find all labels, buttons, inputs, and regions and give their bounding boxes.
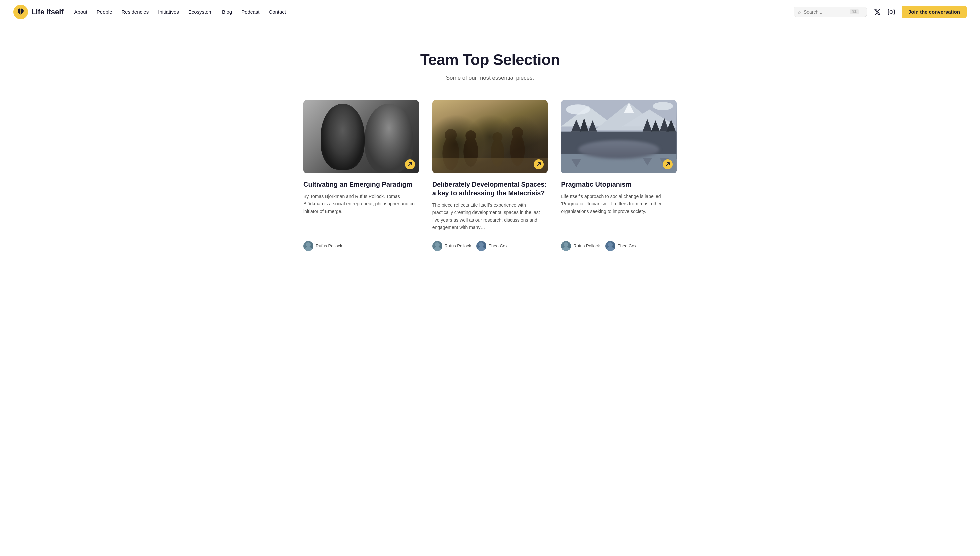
card-desc-3: Life Itself's approach to social change … [561, 193, 676, 231]
author-avatar-rufus-1 [304, 241, 313, 251]
svg-point-40 [606, 247, 614, 251]
svg-point-6 [445, 129, 457, 141]
svg-point-16 [479, 242, 484, 247]
card-authors-2: Rufus Pollock Theo Cox [432, 238, 548, 251]
logo-icon [13, 5, 28, 19]
header-right: ⌕ ⌘K Join the conversation [794, 6, 967, 18]
svg-point-24 [653, 102, 673, 110]
svg-point-17 [477, 247, 485, 251]
author-name-rufus-1: Rufus Pollock [316, 243, 342, 248]
card-title-link-3[interactable]: Pragmatic Utopianism [561, 181, 631, 188]
card-image-wrap-1 [304, 100, 419, 173]
logo-link[interactable]: Life Itself [13, 5, 64, 19]
svg-point-8 [465, 130, 476, 141]
card-image-3 [561, 100, 676, 173]
author-rufus-3: Rufus Pollock [561, 241, 600, 251]
svg-point-1 [890, 10, 893, 13]
author-name-rufus-2: Rufus Pollock [445, 243, 471, 248]
svg-point-38 [562, 247, 570, 251]
svg-rect-0 [888, 9, 894, 15]
logo-text: Life Itself [31, 8, 64, 16]
card-title-2: Deliberately Developmental Spaces: a key… [432, 180, 548, 197]
svg-point-39 [608, 242, 613, 247]
nav-item-residencies[interactable]: Residencies [122, 9, 149, 15]
author-rufus-1: Rufus Pollock [304, 241, 342, 251]
card-title-1: Cultivating an Emerging Paradigm [304, 180, 419, 189]
nav-item-ecosystem[interactable]: Ecosystem [188, 9, 213, 15]
svg-point-14 [435, 242, 440, 247]
author-name-theo-2: Theo Cox [489, 243, 507, 248]
author-theo-3: Theo Cox [605, 241, 636, 251]
card-corner-icon-3 [663, 159, 673, 169]
author-rufus-2: Rufus Pollock [432, 241, 471, 251]
svg-point-12 [512, 127, 523, 138]
card-desc-2: The piece reflects Life Itself's experie… [432, 201, 548, 231]
card-authors-1: Rufus Pollock [304, 238, 419, 251]
section-subtitle: Some of our most essential pieces. [304, 75, 676, 81]
svg-rect-13 [432, 158, 548, 173]
card-pragmatic-utopianism[interactable]: Pragmatic Utopianism Life Itself's appro… [561, 100, 676, 251]
card-authors-3: Rufus Pollock Theo Cox [561, 238, 676, 251]
nav-item-contact[interactable]: Contact [269, 9, 286, 15]
author-theo-2: Theo Cox [476, 241, 507, 251]
join-button[interactable]: Join the conversation [902, 6, 967, 18]
nav-item-about[interactable]: About [74, 9, 87, 15]
svg-point-23 [566, 104, 590, 115]
card-image-1 [304, 100, 419, 173]
card-image-wrap-3 [561, 100, 676, 173]
card-developmental-spaces[interactable]: Deliberately Developmental Spaces: a key… [432, 100, 548, 251]
author-avatar-rufus-3 [561, 241, 571, 251]
nav-item-people[interactable]: People [97, 9, 112, 15]
svg-point-37 [563, 242, 568, 247]
site-header: Life Itself About People Residencies Ini… [0, 0, 980, 24]
author-avatar-rufus-2 [432, 241, 442, 251]
section-title: Team Top Selection [304, 51, 676, 69]
card-image-wrap-2 [432, 100, 548, 173]
card-cultivating[interactable]: Cultivating an Emerging Paradigm By Toma… [304, 100, 419, 251]
card-title-link-2[interactable]: Deliberately Developmental Spaces: a key… [432, 181, 547, 197]
svg-point-10 [492, 133, 502, 142]
card-image-2 [432, 100, 548, 173]
nav-item-blog[interactable]: Blog [222, 9, 232, 15]
main-content: Team Top Selection Some of our most esse… [290, 24, 690, 271]
main-nav: About People Residencies Initiatives Eco… [74, 9, 794, 15]
svg-point-3 [306, 242, 311, 247]
card-title-3: Pragmatic Utopianism [561, 180, 676, 189]
author-name-theo-3: Theo Cox [618, 243, 636, 248]
svg-point-4 [304, 247, 312, 251]
social-icons [872, 7, 896, 17]
svg-point-15 [433, 247, 441, 251]
svg-point-2 [893, 10, 893, 11]
author-avatar-theo-2 [476, 241, 486, 251]
search-shortcut: ⌘K [850, 9, 859, 15]
instagram-link[interactable] [886, 7, 896, 17]
cards-grid: Cultivating an Emerging Paradigm By Toma… [304, 100, 676, 251]
card-desc-1: By Tomas Björkman and Rufus Pollock. Tom… [304, 193, 419, 231]
author-avatar-theo-3 [605, 241, 615, 251]
author-name-rufus-3: Rufus Pollock [573, 243, 600, 248]
nav-item-initiatives[interactable]: Initiatives [158, 9, 179, 15]
search-icon: ⌕ [798, 9, 801, 15]
card-corner-icon-1 [405, 159, 415, 169]
search-bar[interactable]: ⌕ ⌘K [794, 6, 867, 17]
nav-item-podcast[interactable]: Podcast [241, 9, 259, 15]
card-title-link-1[interactable]: Cultivating an Emerging Paradigm [304, 181, 412, 188]
twitter-link[interactable] [872, 7, 882, 17]
search-input[interactable] [804, 9, 847, 15]
